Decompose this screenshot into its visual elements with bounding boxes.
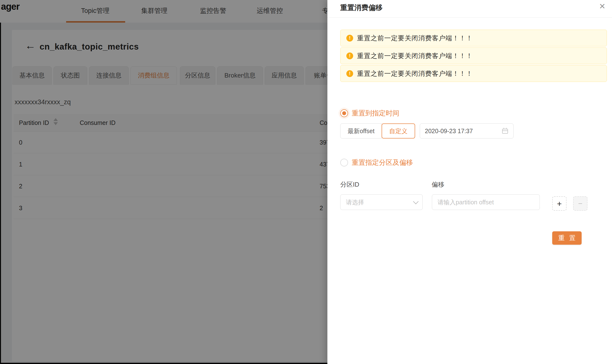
- datetime-picker[interactable]: [420, 123, 514, 139]
- window-bottom-edge: [0, 363, 327, 364]
- warning-icon: !: [346, 52, 353, 59]
- reset-offset-drawer: 重置消费偏移 ✕ ! 重置之前一定要关闭消费客户端！！！ ! 重置之前一定要关闭…: [327, 0, 612, 364]
- calendar-icon: [502, 128, 508, 134]
- drawer-title: 重置消费偏移: [340, 3, 383, 13]
- warning-text: 重置之前一定要关闭消费客户端！！！: [357, 69, 473, 78]
- radio-label: 重置到指定时间: [352, 109, 399, 118]
- radio-label: 重置指定分区及偏移: [352, 158, 413, 167]
- custom-offset-button[interactable]: 自定义: [382, 123, 415, 139]
- warning-alert: ! 重置之前一定要关闭消费客户端！！！: [340, 30, 607, 46]
- select-placeholder: 请选择: [346, 198, 413, 206]
- latest-offset-button[interactable]: 最新offset: [340, 123, 382, 139]
- remove-row-button[interactable]: −: [573, 196, 587, 211]
- partition-id-label: 分区ID: [340, 180, 359, 189]
- offset-mode-group: 最新offset 自定义: [340, 123, 415, 139]
- partition-offset-input[interactable]: [432, 195, 540, 210]
- warning-alert: ! 重置之前一定要关闭消费客户端！！！: [340, 47, 607, 64]
- warning-icon: !: [346, 70, 353, 77]
- reset-submit-button[interactable]: 重 置: [552, 231, 582, 245]
- add-row-button[interactable]: +: [552, 196, 567, 211]
- radio-unselected-icon[interactable]: [340, 159, 348, 167]
- radio-reset-partition[interactable]: 重置指定分区及偏移: [340, 158, 413, 167]
- chevron-down-icon: [413, 199, 419, 204]
- warning-icon: !: [346, 35, 353, 41]
- warning-text: 重置之前一定要关闭消费客户端！！！: [357, 34, 473, 42]
- drawer-header: 重置消费偏移 ✕: [327, 0, 612, 18]
- close-icon[interactable]: ✕: [597, 0, 608, 12]
- offset-label: 偏移: [432, 180, 444, 189]
- radio-reset-to-time[interactable]: 重置到指定时间: [340, 109, 399, 118]
- window-left-edge: [0, 23, 1, 364]
- warning-alert: ! 重置之前一定要关闭消费客户端！！！: [340, 65, 607, 82]
- radio-selected-icon[interactable]: [340, 109, 348, 117]
- datetime-value[interactable]: [425, 128, 502, 135]
- warning-text: 重置之前一定要关闭消费客户端！！！: [357, 52, 473, 60]
- partition-select[interactable]: 请选择: [340, 195, 423, 210]
